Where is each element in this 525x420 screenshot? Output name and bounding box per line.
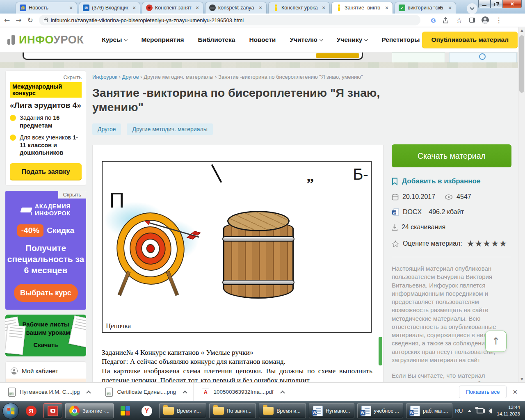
infourok-favicon bbox=[336, 5, 342, 11]
scroll-to-top-button[interactable]: ↑ bbox=[485, 331, 507, 352]
tray-expand-icon[interactable] bbox=[468, 410, 472, 412]
tab-search-menu-button[interactable] bbox=[467, 3, 477, 14]
google-icon[interactable]: G bbox=[431, 17, 436, 24]
hide-contest-link[interactable]: Скрыть bbox=[10, 74, 82, 80]
tab-close-icon[interactable]: ✕ bbox=[257, 5, 264, 11]
banner-texture bbox=[0, 62, 525, 68]
show-all-downloads-button[interactable]: Показать все bbox=[459, 386, 507, 398]
tag-materials[interactable]: Другие методич. материалы bbox=[127, 123, 212, 135]
tab-close-icon[interactable]: ✕ bbox=[320, 5, 327, 11]
views-eye-icon bbox=[445, 194, 453, 200]
taskbar-folder-3[interactable]: Время и... bbox=[259, 403, 306, 418]
restore-button[interactable] bbox=[491, 0, 503, 8]
profile-avatar[interactable] bbox=[482, 16, 489, 24]
taskbar-screenshot-tool[interactable] bbox=[43, 403, 62, 418]
breadcrumb-drugoe[interactable]: Другое bbox=[122, 74, 139, 80]
chevron-down-icon bbox=[319, 37, 323, 41]
speaker-icon[interactable] bbox=[488, 409, 492, 413]
nav-ucheniku[interactable]: Ученику bbox=[337, 36, 368, 43]
chrome-icon bbox=[69, 406, 80, 416]
breadcrumb-infourok[interactable]: Инфоурок bbox=[92, 74, 117, 80]
tab-konspekt-uroka[interactable]: Конспект урока ✕ bbox=[268, 2, 330, 14]
tab-close-icon[interactable]: ✕ bbox=[447, 5, 453, 11]
tab-viktorina[interactable]: ✓ викторина "ска ✕ bbox=[395, 2, 456, 14]
add-to-favorites-link[interactable]: Добавить в избранное bbox=[392, 177, 511, 185]
nav-biblioteka[interactable]: Библиотека bbox=[198, 36, 235, 43]
breadcrumb-materials[interactable]: Другие методич. материалы bbox=[144, 74, 213, 80]
taskbar-word-doc-2[interactable]: учебное ... bbox=[357, 403, 403, 418]
tag-drugoe[interactable]: Другое bbox=[92, 123, 121, 135]
infourok-logo-icon[interactable] bbox=[7, 35, 15, 45]
chevron-down-icon bbox=[124, 37, 128, 41]
downloaded-file-png[interactable]: Certificate Едины....png bbox=[97, 383, 194, 401]
tab-konspekt-site[interactable]: konspekt-zanya ✕ bbox=[205, 2, 267, 14]
worksheets-ad[interactable]: Рабочие листык вашим урокам Скачать bbox=[5, 315, 86, 356]
share-icon[interactable] bbox=[442, 17, 449, 24]
taskbar-puzzle-app[interactable] bbox=[116, 403, 135, 418]
downloaded-file-pdf[interactable]: A 100500363932Ima....pdf bbox=[194, 383, 291, 401]
tab-zanyatie-active[interactable]: Занятие -викто ✕ bbox=[331, 2, 393, 14]
nav-uchitelyu[interactable]: Учителю bbox=[290, 36, 322, 43]
preview-scrollbar-thumb[interactable] bbox=[379, 337, 382, 365]
nav-novosti[interactable]: Новости bbox=[249, 36, 276, 43]
choose-course-button[interactable]: Выбрать курс bbox=[14, 284, 78, 302]
chevron-up-icon[interactable] bbox=[87, 390, 91, 395]
forward-button[interactable]: → bbox=[16, 16, 21, 24]
tab-close-icon[interactable]: ✕ bbox=[68, 5, 74, 11]
scrollbar-down-arrow[interactable]: ▼ bbox=[518, 376, 525, 382]
back-button[interactable]: ← bbox=[4, 16, 10, 24]
tab-inbox[interactable]: ✉ (376) Входящие ✕ bbox=[79, 2, 140, 14]
menu-dots-icon[interactable]: ⋮ bbox=[495, 16, 502, 24]
globe-favicon bbox=[209, 5, 216, 11]
taskbar-folder-2[interactable]: По занят... bbox=[209, 403, 256, 418]
page-scrollbar[interactable]: ▲ ▼ bbox=[518, 27, 525, 382]
scrollbar-up-arrow[interactable]: ▲ bbox=[518, 27, 525, 34]
apply-button[interactable]: Подать заявку bbox=[10, 163, 82, 180]
side-panel-icon[interactable] bbox=[469, 18, 475, 23]
tab-novost[interactable]: @ Новость ✕ bbox=[16, 2, 77, 14]
tab-close-icon[interactable]: ✕ bbox=[131, 5, 137, 11]
taskbar-chrome-window[interactable]: Занятие -... bbox=[65, 403, 114, 418]
tab-konspekt[interactable]: Конспект-занят ✕ bbox=[142, 2, 203, 14]
puzzle-icon bbox=[121, 406, 130, 416]
start-button[interactable] bbox=[2, 403, 19, 419]
chevron-up-icon[interactable] bbox=[280, 390, 285, 395]
downloaded-file-jpg[interactable]: Нугманова И.М. С....jpg bbox=[0, 383, 97, 401]
network-icon[interactable] bbox=[477, 408, 484, 413]
infourok-logo[interactable]: ИНФОУРОК bbox=[19, 34, 84, 46]
academy-headline: Получите специальность за 6 месяцев bbox=[5, 242, 86, 276]
tab-close-icon[interactable]: ✕ bbox=[194, 5, 201, 11]
tab-close-icon[interactable]: ✕ bbox=[383, 5, 390, 11]
download-material-button[interactable]: Скачать материал bbox=[392, 144, 511, 167]
taskbar-yandex-app[interactable]: Y bbox=[137, 403, 156, 418]
publish-material-button[interactable]: Опубликовать материал bbox=[422, 32, 518, 48]
close-button[interactable]: ✕ bbox=[503, 0, 522, 8]
address-bar[interactable]: infourok.ru/zanyatie-viktorina-po-bisero… bbox=[39, 15, 420, 25]
file-type: DOCX bbox=[403, 208, 422, 216]
rating-stars[interactable]: ★★★★★ bbox=[467, 239, 507, 249]
nav-kursy[interactable]: Курсы bbox=[102, 36, 127, 43]
language-indicator[interactable]: RU bbox=[455, 408, 463, 414]
my-cabinet-item[interactable]: Мой кабинет bbox=[6, 363, 86, 379]
close-downloads-bar-icon[interactable]: ✕ bbox=[512, 388, 518, 396]
bookmark-star-icon[interactable]: ☆ bbox=[456, 16, 462, 25]
clock[interactable]: 13:44 14.11.2023 bbox=[497, 404, 520, 417]
nav-meropriyatiya[interactable]: Мероприятия bbox=[141, 36, 184, 43]
minimize-button[interactable] bbox=[478, 0, 491, 8]
academy-ad[interactable]: Скрыть АКАДЕМИЯИНФОУРОК -40% Скидка Полу… bbox=[5, 191, 86, 310]
reload-button[interactable]: ↻ bbox=[27, 16, 33, 24]
document-preview[interactable]: П ,, Б- bbox=[92, 145, 383, 384]
new-tab-button[interactable]: + bbox=[436, 3, 445, 13]
nav-repetitory[interactable]: Репетиторы bbox=[381, 36, 420, 43]
rebus-letter-b: Б- bbox=[353, 166, 368, 183]
taskbar-word-doc-1[interactable]: Нугмано... bbox=[309, 403, 354, 418]
taskbar-yandex-browser[interactable]: Я bbox=[22, 403, 41, 418]
taskbar-folder-1[interactable]: Время и... bbox=[159, 403, 206, 418]
partial-banner[interactable] bbox=[0, 52, 525, 68]
bullet-dot-icon bbox=[10, 115, 16, 121]
hide-academy-link[interactable]: Скрыть bbox=[58, 191, 86, 199]
scrollbar-thumb[interactable] bbox=[519, 35, 524, 93]
lock-icon bbox=[44, 19, 48, 22]
taskbar-word-doc-3[interactable]: раб. мат.... bbox=[406, 403, 452, 418]
chevron-up-icon[interactable] bbox=[183, 390, 187, 395]
